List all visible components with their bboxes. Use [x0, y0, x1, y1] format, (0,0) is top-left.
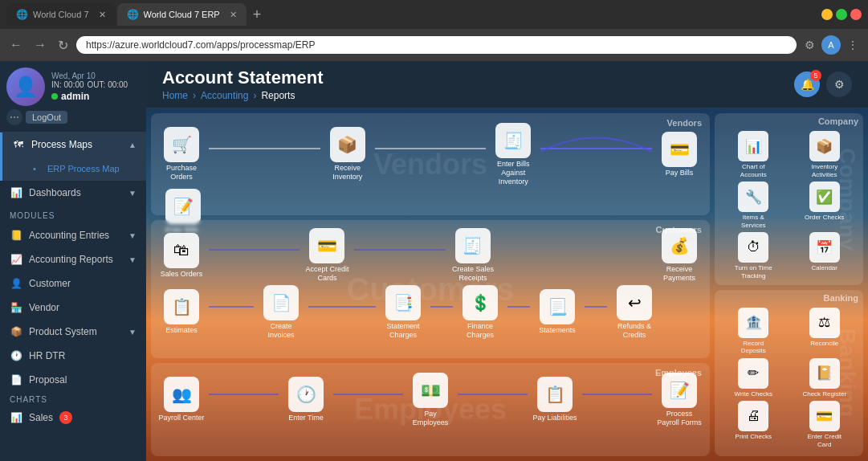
- username: admin: [61, 91, 89, 102]
- create-invoices-node[interactable]: 📄 Create Invoices: [257, 285, 305, 340]
- sidebar-item-vendor[interactable]: 🏪 Vendor: [0, 296, 146, 320]
- check-register-node[interactable]: 📔 Check Register: [791, 358, 859, 398]
- sidebar-label-process-maps: Process Maps: [31, 139, 92, 150]
- items-services-node[interactable]: 🔧 Items & Services: [719, 182, 788, 229]
- estimates-icon: 📋: [164, 289, 199, 324]
- process-payroll-forms-node[interactable]: 📝 Process Payroll Forms: [655, 373, 703, 427]
- time-in: IN: 00:00: [51, 80, 84, 89]
- refunds-credits-icon: ↩: [617, 285, 652, 320]
- tab-worldcloud7[interactable]: 🌐 World Cloud 7 ✕: [6, 3, 116, 26]
- minimize-button[interactable]: [821, 9, 833, 20]
- chart-of-accounts-node[interactable]: 📊 Chart of Accounts: [719, 131, 788, 178]
- print-checks-node[interactable]: 🖨 Print Checks: [719, 401, 788, 448]
- pay-employees-icon: 💵: [413, 373, 448, 408]
- write-checks-node[interactable]: ✏ Write Checks: [719, 358, 788, 398]
- inventory-activities-node[interactable]: 📦 Inventory Activities: [791, 131, 859, 178]
- settings-button[interactable]: ⚙: [826, 71, 852, 97]
- sidebar-item-dashboards[interactable]: 📊 Dashboards ▼: [0, 181, 146, 205]
- reconcile-label: Reconcile: [810, 340, 838, 348]
- sales-orders-label: Sales Orders: [161, 270, 203, 279]
- enter-credit-card-node[interactable]: 💳 Enter Credit Card: [791, 401, 859, 448]
- logout-button[interactable]: LogOut: [26, 111, 67, 124]
- create-sales-receipts-icon: 🧾: [455, 228, 491, 263]
- banking-label: Banking: [824, 293, 858, 303]
- left-sections: Vendors Vendors 🛒 Purchase Orders: [151, 113, 710, 456]
- accept-credit-cards-icon: 💳: [309, 228, 344, 263]
- sidebar-item-customer[interactable]: 👤 Customer: [0, 271, 146, 296]
- menu-button[interactable]: ⋮: [844, 35, 862, 55]
- pay-liabilities-node[interactable]: 📋 Pay Liabilities: [531, 377, 579, 422]
- arrow-ri-eb: [375, 148, 487, 149]
- receive-payments-node[interactable]: 💰 Receive Payments: [655, 228, 703, 283]
- hr-dtr-icon: 🕐: [10, 349, 22, 362]
- reload-button[interactable]: ↻: [55, 36, 71, 55]
- purchase-orders-node[interactable]: 🛒 Purchase Orders: [157, 127, 206, 182]
- address-bar-row: ← → ↻ ⚙ A ⋮: [0, 29, 868, 61]
- reconcile-node[interactable]: ⚖ Reconcile: [791, 308, 859, 355]
- sidebar-item-process-maps[interactable]: 🗺 Process Maps ▲: [0, 133, 146, 157]
- create-sales-receipts-label: Create Sales Receipts: [449, 265, 497, 283]
- accept-credit-cards-node[interactable]: 💳 Accept Credit Cards: [303, 228, 351, 283]
- record-deposits-node[interactable]: 🏦 Record Deposits: [719, 308, 788, 355]
- breadcrumb-accounting[interactable]: Accounting: [201, 90, 248, 101]
- tab1-close[interactable]: ✕: [99, 10, 106, 20]
- statement-charges-node[interactable]: 📑 Statement Charges: [379, 285, 427, 340]
- process-payroll-forms-label: Process Payroll Forms: [655, 410, 703, 427]
- process-payroll-forms-icon: 📝: [662, 373, 697, 408]
- sidebar-item-accounting-reports[interactable]: 📈 Accounting Reports ▼: [0, 247, 146, 271]
- pay-employees-node[interactable]: 💵 Pay Employees: [406, 373, 454, 427]
- create-sales-receipts-node[interactable]: 🧾 Create Sales Receipts: [449, 228, 497, 283]
- pay-employees-label: Pay Employees: [406, 410, 454, 427]
- enter-time-node[interactable]: 🕐 Enter Time: [282, 377, 330, 422]
- sales-badge: 3: [59, 411, 72, 424]
- statements-node[interactable]: 📃 Statements: [533, 289, 581, 335]
- sidebar-item-product-system[interactable]: 📦 Product System ▼: [0, 320, 146, 344]
- print-checks-icon: 🖨: [738, 401, 768, 431]
- sidebar-item-accounting-entries[interactable]: 📒 Accounting Entries ▼: [0, 223, 146, 247]
- order-checks-node[interactable]: ✅ Order Checks: [791, 182, 859, 229]
- customers-panel: Customers Customers 🛍 Sales Orders: [151, 220, 710, 358]
- user-menu-button[interactable]: ⋯: [6, 109, 22, 125]
- tab-erp[interactable]: 🌐 World Cloud 7 ERP ✕: [117, 3, 247, 26]
- close-button[interactable]: [850, 9, 862, 20]
- user-date: Wed, Apr 10: [51, 71, 140, 80]
- maximize-button[interactable]: [836, 9, 847, 20]
- enter-credit-card-icon: 💳: [809, 401, 840, 431]
- sales-orders-node[interactable]: 🛍 Sales Orders: [157, 233, 206, 279]
- banking-panel: Banking Banking 🏦 Record Deposits ⚖ Reco…: [715, 290, 863, 456]
- enter-bills-icon: 📝: [165, 189, 201, 224]
- estimates-node[interactable]: 📋 Estimates: [157, 289, 206, 335]
- turn-on-time-tracking-node[interactable]: ⏱ Turn on Time Tracking: [719, 232, 788, 279]
- items-services-label: Items & Services: [731, 214, 776, 229]
- tab2-close[interactable]: ✕: [230, 10, 237, 20]
- sidebar-item-proposal[interactable]: 📄 Proposal: [0, 368, 146, 392]
- statement-charges-label: Statement Charges: [379, 322, 427, 340]
- accounting-entries-icon: 📒: [10, 229, 22, 242]
- enter-bills-inventory-node[interactable]: 🧾 Enter Bills Against Inventory: [489, 123, 537, 186]
- breadcrumb-home[interactable]: Home: [162, 90, 188, 101]
- sidebar-item-sales-chart[interactable]: 📊 Sales 3: [0, 407, 146, 428]
- back-button[interactable]: ←: [6, 36, 26, 54]
- forward-button[interactable]: →: [31, 36, 50, 54]
- profile-button[interactable]: A: [821, 35, 841, 55]
- sidebar-item-hr-dtr[interactable]: 🕐 HR DTR: [0, 344, 146, 368]
- receive-inventory-node[interactable]: 📦 Receive Inventory: [324, 127, 372, 182]
- receive-inventory-label: Receive Inventory: [324, 164, 372, 182]
- new-tab-button[interactable]: +: [248, 6, 267, 23]
- finance-charges-node[interactable]: 💲 Finance Charges: [456, 285, 504, 340]
- estimates-label: Estimates: [165, 326, 198, 335]
- sidebar-item-erp-process-map[interactable]: • ERP Process Map: [0, 157, 146, 181]
- sales-chart-icon: 📊: [10, 411, 22, 424]
- sidebar-label-erp-process-map: ERP Process Map: [47, 164, 120, 173]
- refunds-credits-node[interactable]: ↩ Refunds & Credits: [610, 285, 658, 340]
- chevron-reports-icon: ▼: [128, 255, 137, 264]
- address-input[interactable]: [76, 36, 797, 54]
- chevron-product-icon: ▼: [128, 328, 137, 337]
- calendar-node[interactable]: 📅 Calendar: [791, 232, 859, 279]
- banking-nodes: 🏦 Record Deposits ⚖ Reconcile ✏ Write Ch…: [719, 308, 858, 449]
- enter-bills-inventory-label: Enter Bills Against Inventory: [489, 160, 537, 186]
- pay-bills-node[interactable]: 💳 Pay Bills: [655, 132, 703, 177]
- extensions-button[interactable]: ⚙: [801, 35, 818, 55]
- notifications-button[interactable]: 🔔 5: [794, 71, 820, 97]
- payroll-center-node[interactable]: 👥 Payroll Center: [157, 377, 206, 422]
